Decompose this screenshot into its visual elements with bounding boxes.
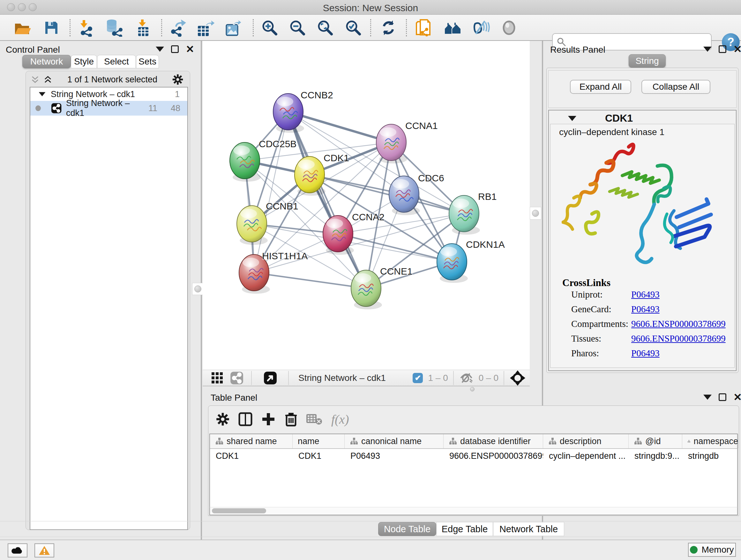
node-RB1[interactable] <box>449 195 480 235</box>
crosslink-link[interactable]: 9606.ENSP00000378699 <box>631 319 726 333</box>
node-CCNB2[interactable] <box>273 94 304 133</box>
crosslink-link[interactable]: P06493 <box>631 348 660 363</box>
table-cell[interactable]: P06493 <box>345 449 444 463</box>
tab-style[interactable]: Style <box>71 55 97 68</box>
table-cell[interactable]: CDK1 <box>210 449 293 463</box>
edge-HIST1H1A-CCNE1[interactable] <box>254 273 366 288</box>
hidden-eye-icon[interactable] <box>459 372 474 384</box>
hide-panel-glasses-button[interactable] <box>472 18 490 37</box>
crosslink-link[interactable]: 9606.ENSP00000378699 <box>631 333 726 348</box>
gene-collapse-icon[interactable] <box>568 116 576 121</box>
grid-view-icon[interactable] <box>211 372 224 384</box>
warning-status-button[interactable] <box>35 543 54 557</box>
panel-menu-icon[interactable] <box>703 47 712 52</box>
tab-string[interactable]: String <box>629 54 666 68</box>
panel-menu-icon[interactable] <box>703 395 712 400</box>
birdseye-view-icon[interactable] <box>263 371 277 385</box>
table-horizontal-scrollbar[interactable] <box>209 507 738 515</box>
crosslink-link[interactable]: P06493 <box>631 304 660 319</box>
import-network-database-button[interactable] <box>105 18 123 37</box>
table-row[interactable]: CDK1CDK1P064939606.ENSP00000378699cyclin… <box>210 449 737 463</box>
open-session-button[interactable] <box>13 18 31 37</box>
column-header--id[interactable]: @id <box>629 434 682 448</box>
refresh-layout-button[interactable] <box>379 18 398 37</box>
memory-button[interactable]: Memory <box>688 543 736 557</box>
selected-checkbox-icon[interactable]: ✔ <box>413 373 423 383</box>
collapse-all-icon[interactable] <box>30 75 40 84</box>
node-CCNA2[interactable] <box>323 215 354 255</box>
table-cell[interactable]: cyclin–dependent ... <box>543 449 629 463</box>
gear-icon[interactable] <box>172 74 184 85</box>
table-cell[interactable]: 9606.ENSP00000378699 <box>444 449 543 463</box>
show-columns-icon[interactable] <box>238 412 253 427</box>
export-network-button[interactable] <box>169 18 187 37</box>
expand-all-icon[interactable] <box>43 75 53 84</box>
panel-float-icon[interactable] <box>719 393 726 401</box>
scrollbar-thumb[interactable] <box>212 508 266 513</box>
edge-CCNB2-CCNA1[interactable] <box>288 112 391 142</box>
node-CCNA1[interactable] <box>376 124 407 164</box>
node-CDC25B[interactable] <box>230 142 261 182</box>
left-splitter-handle[interactable] <box>192 283 204 295</box>
node-CCNB1[interactable] <box>237 206 268 245</box>
import-network-file-button[interactable] <box>78 18 96 37</box>
export-table-button[interactable] <box>196 18 214 37</box>
panel-close-icon[interactable]: ✕ <box>733 45 741 53</box>
table-cell[interactable]: CDK1 <box>293 449 345 463</box>
zoom-out-button[interactable] <box>288 18 307 37</box>
node-CCNE1[interactable] <box>351 270 382 309</box>
column-header-description[interactable]: description <box>543 434 629 448</box>
column-header-database-identifier[interactable]: database identifier <box>444 434 543 448</box>
table-cell[interactable]: stringdb <box>682 449 738 463</box>
memory-status-icon <box>690 546 697 554</box>
panel-float-icon[interactable] <box>719 45 726 53</box>
network-graph[interactable]: CCNB2CCNA1CDC25BCDK1CDC6RB1CCNB1CCNA2CDK… <box>203 41 530 370</box>
zoom-in-button[interactable] <box>260 18 279 37</box>
right-splitter-handle[interactable] <box>530 207 541 220</box>
cloud-status-button[interactable] <box>8 543 27 557</box>
edge-CCNB2-CCNE1[interactable] <box>288 112 366 288</box>
network-canvas[interactable]: CCNB2CCNA1CDC25BCDK1CDC6RB1CCNB1CCNA2CDK… <box>203 41 530 370</box>
tab-edge-table[interactable]: Edge Table <box>436 522 493 536</box>
column-header-namespace[interactable]: namespace <box>682 434 738 448</box>
export-table-icon <box>196 19 214 37</box>
show-eye-button[interactable] <box>500 18 518 37</box>
tab-network[interactable]: Network <box>22 55 71 68</box>
gene-header[interactable]: CDK1 <box>568 112 633 124</box>
zoom-fit-button[interactable] <box>316 18 334 37</box>
column-header-name[interactable]: name <box>293 434 345 448</box>
panel-menu-icon[interactable] <box>156 47 164 52</box>
panel-close-icon[interactable]: ✕ <box>733 393 741 401</box>
collapse-all-button[interactable]: Collapse All <box>642 80 711 94</box>
panel-float-icon[interactable] <box>171 45 179 53</box>
zoom-selected-button[interactable] <box>344 18 362 37</box>
delete-column-icon[interactable] <box>284 412 298 427</box>
share-view-icon[interactable] <box>230 371 244 385</box>
node-CDK1[interactable] <box>294 157 326 196</box>
tab-network-table[interactable]: Network Table <box>493 522 564 536</box>
import-table-button[interactable] <box>134 18 152 37</box>
expand-all-button[interactable]: Expand All <box>570 80 631 94</box>
tab-node-table[interactable]: Node Table <box>378 522 436 536</box>
fit-crosshair-icon[interactable] <box>509 370 526 386</box>
string-import-button[interactable] <box>415 18 433 37</box>
network-tree-child-row[interactable]: String Network – cdk1 11 48 <box>30 101 187 116</box>
save-session-button[interactable] <box>42 18 61 37</box>
table-gear-icon[interactable] <box>216 412 230 426</box>
table-cell[interactable]: stringdb:9... <box>629 449 682 463</box>
database-import-icon <box>105 19 123 37</box>
tree-expand-icon[interactable] <box>39 92 46 97</box>
column-header-canonical-name[interactable]: canonical name <box>345 434 444 448</box>
tab-select[interactable]: Select <box>97 55 136 68</box>
crosslink-label: Tissues: <box>571 333 631 348</box>
crosslink-link[interactable]: P06493 <box>631 289 660 304</box>
column-header-shared-name[interactable]: shared name <box>210 434 293 448</box>
export-image-button[interactable] <box>223 18 242 37</box>
string-home-button[interactable] <box>444 18 462 37</box>
edge-CCNB2-HIST1H1A[interactable] <box>254 112 288 273</box>
node-CDC6[interactable] <box>389 176 420 215</box>
panel-close-icon[interactable]: ✕ <box>186 45 194 53</box>
node-CDKN1A[interactable] <box>437 244 468 283</box>
tab-sets[interactable]: Sets <box>136 55 159 68</box>
add-column-icon[interactable] <box>261 412 276 427</box>
